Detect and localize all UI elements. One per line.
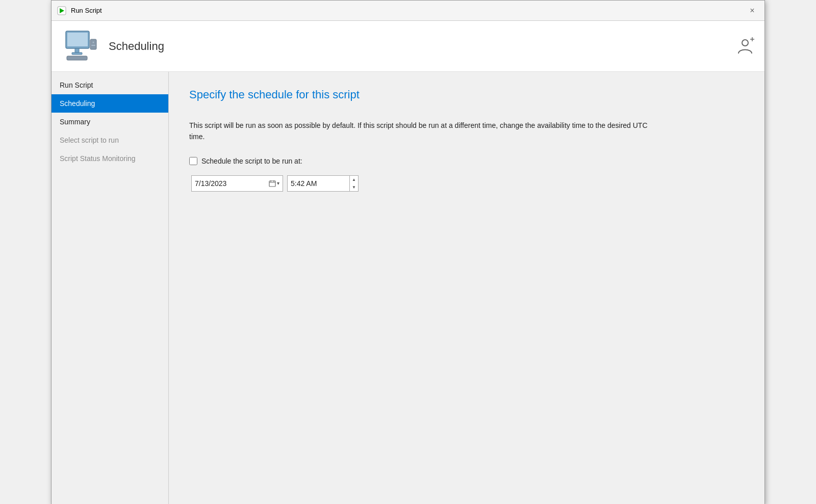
- svg-rect-9: [67, 56, 87, 60]
- titlebar-title: Run Script: [71, 7, 102, 14]
- description-text: This script will be run as soon as possi…: [189, 120, 648, 143]
- titlebar-left: Run Script: [57, 6, 102, 16]
- main-window: Run Script × Scheduling: [51, 0, 765, 504]
- date-input[interactable]: [195, 179, 269, 188]
- svg-rect-13: [269, 181, 275, 187]
- time-decrement-button[interactable]: ▼: [350, 183, 358, 191]
- svg-rect-4: [75, 48, 79, 52]
- datetime-row: ▾ ▲ ▼: [191, 175, 744, 192]
- schedule-checkbox[interactable]: [189, 157, 197, 165]
- svg-point-7: [93, 41, 94, 43]
- sidebar: Run Script Scheduling Summary Select scr…: [52, 72, 169, 504]
- svg-rect-5: [72, 52, 82, 55]
- computer-icon: [62, 28, 98, 65]
- time-increment-button[interactable]: ▲: [350, 176, 358, 183]
- close-button[interactable]: ×: [745, 4, 759, 18]
- svg-point-10: [742, 40, 748, 46]
- run-script-app-icon: [57, 6, 67, 16]
- sidebar-item-summary[interactable]: Summary: [52, 113, 168, 131]
- sidebar-item-select-script: Select script to run: [52, 131, 168, 149]
- date-input-wrapper: ▾: [191, 175, 283, 192]
- header-title: Scheduling: [109, 40, 164, 53]
- header-left: Scheduling: [62, 28, 164, 65]
- sidebar-item-script-status: Script Status Monitoring: [52, 149, 168, 168]
- svg-rect-8: [91, 45, 95, 46]
- sidebar-item-scheduling[interactable]: Scheduling: [52, 94, 168, 113]
- content-panel: Specify the schedule for this script Thi…: [169, 72, 764, 504]
- dropdown-arrow-icon: ▾: [277, 180, 279, 186]
- titlebar: Run Script ×: [52, 1, 764, 21]
- time-input[interactable]: [288, 177, 349, 190]
- person-icon: [736, 37, 754, 56]
- schedule-checkbox-label[interactable]: Schedule the script to be run at:: [201, 157, 302, 165]
- schedule-row: Schedule the script to be run at:: [189, 157, 744, 165]
- calendar-picker-button[interactable]: ▾: [269, 180, 279, 187]
- svg-rect-6: [90, 39, 96, 49]
- checkbox-container: Schedule the script to be run at:: [189, 157, 302, 165]
- svg-rect-3: [67, 33, 88, 46]
- header-section: Scheduling: [52, 21, 764, 72]
- content-heading: Specify the schedule for this script: [189, 88, 744, 101]
- time-spinner: ▲ ▼: [349, 176, 358, 191]
- main-area: Run Script Scheduling Summary Select scr…: [52, 72, 764, 504]
- time-input-wrapper: ▲ ▼: [287, 175, 359, 192]
- sidebar-item-run-script[interactable]: Run Script: [52, 76, 168, 94]
